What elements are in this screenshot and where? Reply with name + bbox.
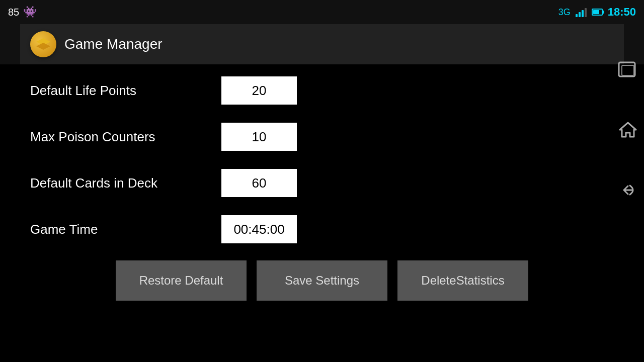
- setting-input-default-life-points[interactable]: [221, 76, 297, 105]
- setting-label-max-poison-counters: Max Poison Counters: [30, 129, 221, 145]
- svg-rect-2: [619, 62, 635, 76]
- time-label: 18:50: [608, 6, 636, 19]
- setting-input-default-cards-in-deck[interactable]: [221, 169, 297, 197]
- setting-row-default-cards-in-deck: Default Cards in Deck: [30, 167, 614, 199]
- save-settings-button[interactable]: Save Settings: [257, 260, 387, 301]
- app-title: Game Manager: [64, 36, 163, 52]
- svg-marker-1: [36, 43, 50, 50]
- setting-label-game-time: Game Time: [30, 222, 221, 237]
- svg-rect-3: [622, 65, 634, 75]
- app-icon: [30, 31, 56, 57]
- status-bar: 85 👾 3G 18:50: [0, 0, 644, 24]
- restore-default-button[interactable]: Restore Default: [116, 260, 247, 301]
- setting-label-default-cards-in-deck: Default Cards in Deck: [30, 175, 221, 191]
- button-row: Restore Default Save Settings DeleteStat…: [30, 260, 614, 311]
- setting-label-default-life-points: Default Life Points: [30, 83, 221, 99]
- signal-label: 3G: [558, 7, 571, 18]
- setting-row-game-time: Game Time: [30, 213, 614, 245]
- signal-strength-icon: [576, 7, 587, 17]
- battery-icon: [592, 9, 603, 16]
- ghost-icon: 👾: [23, 6, 37, 19]
- setting-input-game-time[interactable]: [221, 215, 297, 243]
- setting-row-max-poison-counters: Max Poison Counters: [30, 121, 614, 153]
- setting-input-max-poison-counters[interactable]: [221, 123, 297, 151]
- system-nav: [617, 60, 639, 201]
- home-icon[interactable]: [617, 121, 639, 141]
- battery-percent-label: 85: [8, 7, 19, 18]
- app-bar: Game Manager: [20, 24, 624, 64]
- back-icon[interactable]: [617, 181, 639, 201]
- svg-marker-4: [620, 123, 636, 137]
- delete-statistics-button[interactable]: DeleteStatistics: [397, 260, 528, 301]
- setting-row-default-life-points: Default Life Points: [30, 74, 614, 107]
- recent-apps-icon[interactable]: [617, 60, 639, 80]
- main-content: Default Life PointsMax Poison CountersDe…: [0, 64, 644, 321]
